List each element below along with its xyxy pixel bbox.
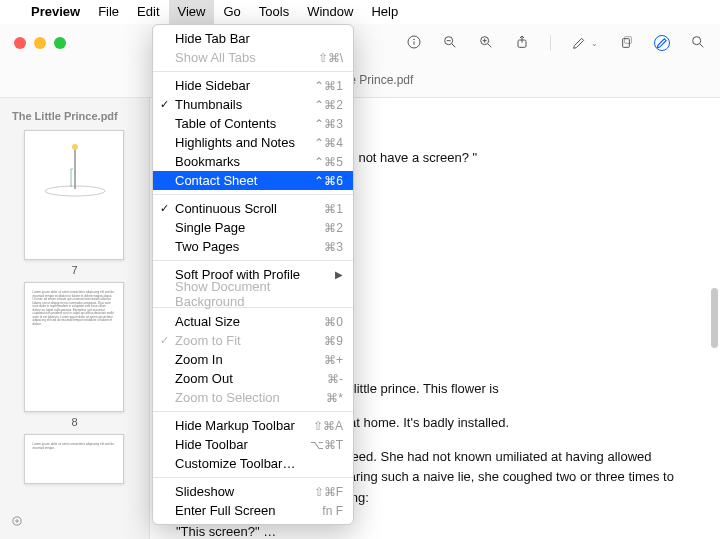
vertical-scrollbar[interactable]: [711, 288, 718, 348]
menubar-window[interactable]: Window: [298, 0, 362, 24]
view-menu-thumbnails[interactable]: ✓Thumbnails⌃⌘2: [153, 95, 353, 114]
view-menu-zoom-to-selection: Zoom to Selection⌘*: [153, 388, 353, 407]
toolbar-separator: [550, 35, 551, 51]
view-menu-zoom-out[interactable]: Zoom Out⌘-: [153, 369, 353, 388]
view-menu-highlights-and-notes[interactable]: Highlights and Notes⌃⌘4: [153, 133, 353, 152]
search-icon[interactable]: [690, 34, 706, 53]
view-menu-actual-size[interactable]: Actual Size⌘0: [153, 312, 353, 331]
view-menu-show-all-tabs: Show All Tabs⇧⌘\: [153, 48, 353, 67]
view-menu-single-page[interactable]: Single Page⌘2: [153, 218, 353, 237]
traffic-lights: [14, 37, 66, 49]
window-titlebar: ⌄: [0, 24, 720, 62]
main-area: The Little Prince.pdf 7 Lorem ipsum dolo…: [0, 98, 720, 539]
info-icon[interactable]: [406, 34, 422, 53]
page-thumbnail-7[interactable]: 7: [24, 130, 126, 276]
view-menu-contact-sheet[interactable]: Contact Sheet⌃⌘6: [153, 171, 353, 190]
svg-point-2: [414, 39, 415, 40]
view-menu-bookmarks[interactable]: Bookmarks⌃⌘5: [153, 152, 353, 171]
markup-button[interactable]: ⌄: [571, 35, 598, 51]
view-menu-customize-toolbar-[interactable]: Customize Toolbar…: [153, 454, 353, 473]
view-menu-two-pages[interactable]: Two Pages⌘3: [153, 237, 353, 256]
highlight-icon[interactable]: [654, 35, 670, 51]
view-menu-dropdown: Hide Tab BarShow All Tabs⇧⌘\Hide Sidebar…: [152, 24, 354, 525]
zoom-in-icon[interactable]: [478, 34, 494, 53]
svg-line-7: [488, 44, 491, 47]
svg-rect-12: [625, 36, 632, 43]
view-menu-hide-sidebar[interactable]: Hide Sidebar⌃⌘1: [153, 76, 353, 95]
zoom-out-icon[interactable]: [442, 34, 458, 53]
minimize-window-button[interactable]: [34, 37, 46, 49]
page-thumbnail-9[interactable]: Lorem ipsum dolor sit amet consectetur a…: [24, 434, 126, 484]
svg-line-4: [452, 44, 455, 47]
menubar-file[interactable]: File: [89, 0, 128, 24]
fullscreen-window-button[interactable]: [54, 37, 66, 49]
thumbnail-sidebar: The Little Prince.pdf 7 Lorem ipsum dolo…: [0, 98, 150, 539]
menubar-edit[interactable]: Edit: [128, 0, 168, 24]
sidebar-document-title: The Little Prince.pdf: [0, 106, 149, 130]
document-toolbar: ⌄ ⌄ ⌄ ⌄ Aa⌄ The Little Prince.pdf: [0, 62, 720, 98]
view-menu-hide-toolbar[interactable]: Hide Toolbar⌥⌘T: [153, 435, 353, 454]
svg-point-25: [13, 517, 21, 525]
menubar-tools[interactable]: Tools: [250, 0, 298, 24]
svg-line-14: [700, 44, 703, 47]
view-menu-zoom-to-fit: ✓Zoom to Fit⌘9: [153, 331, 353, 350]
svg-point-23: [72, 144, 78, 150]
view-menu-show-document-background: Show Document Background: [153, 284, 353, 303]
share-icon[interactable]: [514, 34, 530, 53]
view-menu-slideshow[interactable]: Slideshow⇧⌘F: [153, 482, 353, 501]
menubar-view[interactable]: View: [169, 0, 215, 24]
view-menu-continuous-scroll[interactable]: ✓Continuous Scroll⌘1: [153, 199, 353, 218]
sidebar-options-icon[interactable]: [10, 514, 24, 531]
menubar-help[interactable]: Help: [362, 0, 407, 24]
system-menubar: Preview File Edit View Go Tools Window H…: [0, 0, 720, 24]
close-window-button[interactable]: [14, 37, 26, 49]
view-menu-zoom-in[interactable]: Zoom In⌘+: [153, 350, 353, 369]
rotate-icon[interactable]: [618, 34, 634, 53]
view-menu-table-of-contents[interactable]: Table of Contents⌃⌘3: [153, 114, 353, 133]
menubar-go[interactable]: Go: [214, 0, 249, 24]
view-menu-hide-tab-bar[interactable]: Hide Tab Bar: [153, 29, 353, 48]
view-menu-hide-markup-toolbar[interactable]: Hide Markup Toolbar⇧⌘A: [153, 416, 353, 435]
page-thumbnail-8[interactable]: Lorem ipsum dolor sit amet consectetur a…: [24, 282, 126, 428]
menubar-preview[interactable]: Preview: [22, 0, 89, 24]
svg-point-13: [693, 36, 701, 44]
view-menu-enter-full-screen[interactable]: Enter Full Screenfn F: [153, 501, 353, 520]
svg-point-26: [16, 520, 18, 522]
